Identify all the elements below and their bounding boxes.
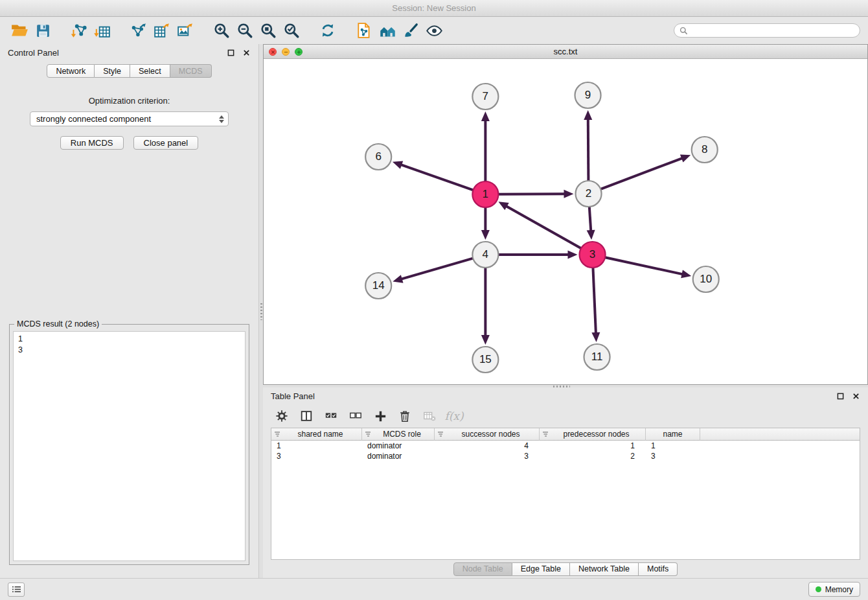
table-settings-button[interactable] (272, 406, 291, 426)
minimize-window-button[interactable] (282, 48, 290, 56)
node-label: 1 (483, 189, 488, 201)
table-panel: Table Panel (263, 387, 868, 578)
zoom-out-button[interactable] (233, 19, 257, 42)
zoom-selected-icon (283, 22, 300, 39)
export-network-button[interactable] (127, 19, 150, 42)
tab-mcds[interactable]: MCDS (170, 64, 212, 78)
import-network-icon (71, 22, 87, 39)
graph-node-8[interactable]: 8 (692, 137, 718, 163)
column-header-successor-nodes[interactable]: successor nodes (435, 428, 540, 441)
graph-edge-2-9[interactable] (588, 119, 589, 181)
tab-edge-table[interactable]: Edge Table (512, 562, 570, 576)
open-session-button[interactable] (8, 19, 31, 42)
columns-icon (300, 410, 313, 422)
mcds-result-list[interactable]: 1 3 (13, 331, 246, 561)
column-header-shared-name[interactable]: shared name (271, 428, 362, 441)
search-input[interactable] (691, 26, 854, 35)
edge-arrowhead (587, 230, 595, 240)
close-panel-pushbutton[interactable]: Close panel (133, 136, 199, 150)
graph-edge-2-8[interactable] (600, 158, 683, 189)
tab-node-table[interactable]: Node Table (453, 562, 512, 576)
graph-node-4[interactable]: 4 (472, 242, 498, 268)
tab-style[interactable]: Style (95, 64, 130, 78)
table-toolbar: f(x) (263, 404, 868, 428)
zoom-fit-button[interactable] (257, 19, 280, 42)
select-all-button[interactable] (321, 406, 341, 426)
tab-motifs[interactable]: Motifs (639, 562, 678, 576)
add-column-button[interactable] (371, 406, 390, 426)
tab-network-table[interactable]: Network Table (570, 562, 639, 576)
run-mcds-button[interactable]: Run MCDS (60, 136, 124, 150)
graph-node-15[interactable]: 15 (472, 347, 498, 373)
close-table-panel-button[interactable] (851, 391, 860, 400)
graph-node-1[interactable]: 1 (472, 181, 498, 207)
graph-node-14[interactable]: 14 (365, 273, 391, 299)
maximize-window-button[interactable] (295, 48, 303, 56)
deselect-all-button[interactable] (346, 406, 365, 426)
delete-table-button[interactable] (420, 406, 439, 426)
table-row[interactable]: 3 dominator 3 2 3 (271, 451, 860, 461)
graph-edge-3-1[interactable] (506, 206, 581, 249)
function-builder-button[interactable]: f(x) (444, 406, 464, 426)
save-session-button[interactable] (31, 19, 54, 42)
criterion-dropdown[interactable]: strongly connected component (30, 111, 229, 126)
column-header-predecessor-nodes[interactable]: predecessor nodes (540, 428, 646, 441)
apply-style-button[interactable] (399, 19, 422, 42)
graph-edge-4-14[interactable] (401, 259, 473, 279)
table-row[interactable]: 1 dominator 4 1 1 (271, 441, 860, 451)
task-history-button[interactable] (8, 583, 25, 597)
network-from-selection-button[interactable] (352, 19, 376, 42)
horizontal-splitter[interactable] (263, 385, 868, 387)
graph-node-10[interactable]: 10 (693, 266, 719, 292)
float-panel-button[interactable] (226, 48, 235, 57)
column-namespace-icon (274, 431, 280, 437)
close-panel-button[interactable] (242, 48, 251, 57)
column-header-name[interactable]: name (646, 428, 700, 441)
export-image-button[interactable] (174, 19, 197, 42)
column-label: name (663, 430, 682, 439)
eye-icon (426, 22, 443, 40)
first-neighbors-button[interactable] (376, 19, 399, 42)
refresh-view-button[interactable] (316, 19, 339, 42)
zoom-in-button[interactable] (210, 19, 233, 42)
graph-edge-1-6[interactable] (400, 165, 473, 190)
column-header-mcds-role[interactable]: MCDS role (362, 428, 435, 441)
tab-network[interactable]: Network (47, 64, 95, 78)
delete-column-button[interactable] (395, 406, 415, 426)
graph-node-2[interactable]: 2 (576, 181, 602, 207)
close-glyph-icon (271, 50, 275, 54)
import-table-button[interactable] (91, 19, 114, 42)
mcds-result-line: 1 (18, 334, 240, 345)
edge-arrowhead (681, 270, 691, 279)
export-table-button[interactable] (150, 19, 174, 42)
graph-edge-1-2[interactable] (498, 194, 565, 194)
status-bar: Memory (0, 578, 868, 600)
show-hide-button[interactable] (422, 19, 446, 42)
memory-button[interactable]: Memory (808, 582, 860, 597)
graph-edge-3-10[interactable] (605, 257, 683, 274)
graph-node-11[interactable]: 11 (584, 344, 610, 370)
titlebar: Session: New Session (0, 0, 868, 17)
graph-edge-3-11[interactable] (593, 268, 596, 334)
float-table-panel-button[interactable] (836, 391, 845, 400)
graph-edge-2-3[interactable] (589, 207, 591, 231)
zoom-selected-button[interactable] (280, 19, 303, 42)
tab-label: Edge Table (521, 564, 561, 573)
vertical-splitter[interactable] (259, 44, 263, 578)
graph-node-9[interactable]: 9 (575, 82, 601, 108)
edge-arrowhead (481, 230, 490, 240)
tab-select[interactable]: Select (130, 64, 170, 78)
graph-node-7[interactable]: 7 (472, 84, 498, 110)
close-window-button[interactable] (269, 48, 277, 56)
network-canvas[interactable]: 7968124314101511 (264, 59, 867, 384)
paintbrush-icon (402, 22, 419, 39)
export-network-icon (130, 22, 147, 39)
control-panel-tabs: Network Style Select MCDS (0, 64, 258, 78)
column-visibility-button[interactable] (297, 406, 316, 426)
graph-node-3[interactable]: 3 (580, 242, 606, 268)
import-network-button[interactable] (67, 19, 91, 42)
cell-mcds-role: dominator (362, 441, 435, 451)
right-column: scc.txt 7968124314101511 Table Panel (263, 44, 868, 578)
graph-node-6[interactable]: 6 (365, 144, 391, 170)
edge-arrowhead (481, 335, 490, 345)
